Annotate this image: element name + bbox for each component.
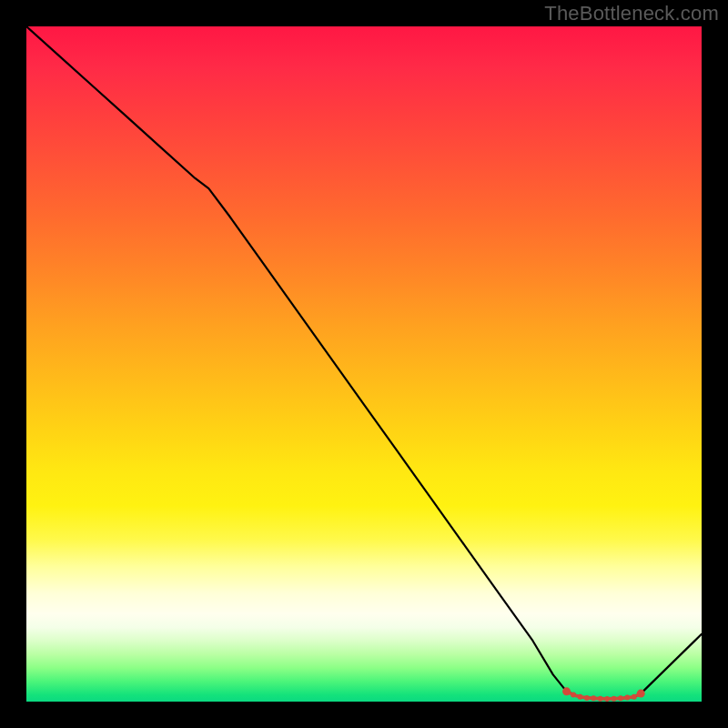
marker-dot xyxy=(637,690,645,698)
chart-frame: TheBottleneck.com xyxy=(0,0,728,728)
watermark-text: TheBottleneck.com xyxy=(544,2,719,25)
chart-plot-area xyxy=(26,26,702,702)
bottleneck-curve xyxy=(26,26,702,699)
chart-svg xyxy=(26,26,702,702)
highlight-markers xyxy=(562,687,645,702)
